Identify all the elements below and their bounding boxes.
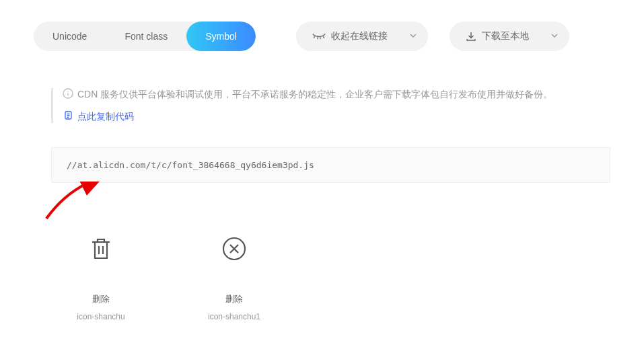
code-url-text: //at.alicdn.com/t/c/font_3864668_qy6d6ie… [67,160,314,170]
copy-icon [63,110,73,123]
download-local-button[interactable]: 下载至本地 [450,22,569,51]
chevron-down-icon [409,30,417,42]
code-url-box[interactable]: //at.alicdn.com/t/c/font_3864668_qy6d6ie… [51,147,610,183]
notice-text-row: CDN 服务仅供平台体验和调试使用，平台不承诺服务的稳定性，企业客户需下载字体包… [63,88,610,101]
svg-line-0 [314,36,314,38]
icon-grid: 删除 icon-shanchu 删除 icon-shanchu1 [61,235,644,321]
notice-section: CDN 服务仅供平台体验和调试使用，平台不承诺服务的稳定性，企业客户需下载字体包… [51,88,610,123]
download-local-label: 下载至本地 [482,30,529,42]
top-toolbar: Unicode Font class Symbol 收起在线链接 下载至本地 [0,0,644,51]
download-icon [466,31,476,42]
tab-fontclass[interactable]: Font class [106,22,186,51]
icon-cn-label: 删除 [92,293,110,305]
icon-cn-label: 删除 [225,293,243,305]
copy-code-link[interactable]: 点此复制代码 [63,110,610,123]
chevron-down-icon [550,30,559,42]
copy-code-label: 点此复制代码 [77,111,134,123]
collapse-link-label: 收起在线链接 [331,30,388,42]
icon-en-label: icon-shanchu1 [208,312,260,321]
info-icon [63,88,73,101]
collapse-link-button[interactable]: 收起在线链接 [296,22,428,51]
tab-group: Unicode Font class Symbol [34,22,256,51]
notice-text: CDN 服务仅供平台体验和调试使用，平台不承诺服务的稳定性，企业客户需下载字体包… [77,89,552,101]
trash-icon [87,235,114,265]
icon-en-label: icon-shanchu [77,312,124,321]
tab-symbol[interactable]: Symbol [186,22,256,51]
eye-closed-icon [312,32,326,41]
svg-line-3 [323,36,324,38]
tab-unicode[interactable]: Unicode [34,22,106,51]
icon-cell-shanchu1[interactable]: 删除 icon-shanchu1 [194,235,275,321]
icon-cell-shanchu[interactable]: 删除 icon-shanchu [61,235,141,321]
annotation-arrow [23,182,104,222]
close-circle-icon [221,235,248,265]
